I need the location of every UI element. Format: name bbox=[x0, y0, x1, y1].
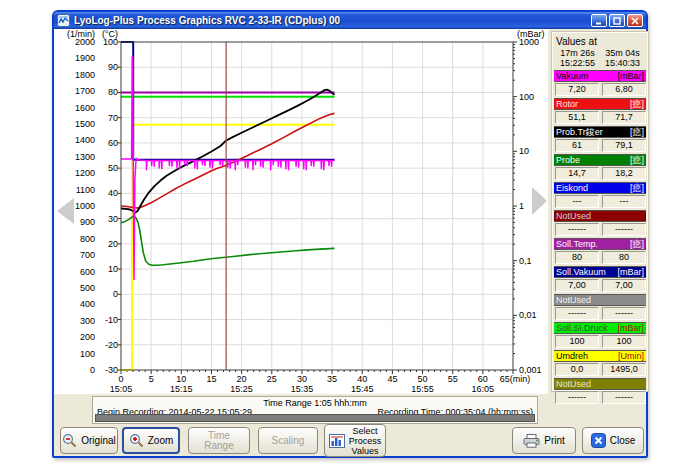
rpm-tick-label: 1900 bbox=[75, 53, 95, 63]
value-row-header: Prob.Tr鋑er[癋] bbox=[554, 126, 646, 138]
value-cell: 1495,0 bbox=[602, 363, 646, 376]
minimize-button[interactable] bbox=[591, 14, 607, 27]
value-row-header: Vakuum[mBar] bbox=[554, 70, 646, 82]
minute-tick-label: 30 bbox=[297, 374, 307, 384]
mbar-tick-label: 100 bbox=[519, 92, 534, 102]
value-row-Soll.Vakuum-7: Soll.Vakuum[mBar]7,007,00 bbox=[554, 266, 646, 292]
mbar-tick-label: 0,01 bbox=[519, 310, 537, 320]
print-button[interactable]: Print bbox=[512, 427, 576, 454]
rpm-tick-label: 100 bbox=[80, 349, 95, 359]
minute-tick-label: 40 bbox=[357, 374, 367, 384]
value-row-header: NotUsed bbox=[554, 210, 646, 222]
series-probe bbox=[121, 216, 335, 265]
value-cell: ------ bbox=[602, 391, 646, 404]
cursor-time-2: 35m 04s bbox=[600, 48, 645, 58]
time-tick-label: 15:55 bbox=[411, 384, 434, 394]
value-cell: ------ bbox=[602, 223, 646, 236]
time-tick-label: 16:05 bbox=[472, 384, 495, 394]
parameter-unit: [癋] bbox=[630, 183, 644, 193]
value-cell: 7,20 bbox=[555, 83, 599, 96]
parameter-unit: [癋] bbox=[630, 155, 644, 165]
value-cell: ------ bbox=[555, 223, 599, 236]
rpm-tick-label: 1800 bbox=[75, 70, 95, 80]
cursor-time-1: 17m 26s bbox=[555, 48, 600, 58]
cursor-clocks: 15:22:55 15:40:33 bbox=[553, 58, 647, 68]
process-chart[interactable]: (1/min)(°C)(mBar)20001900180017001600150… bbox=[54, 29, 548, 394]
cursor-times: 17m 26s 35m 04s bbox=[553, 48, 647, 58]
minute-tick-label: 50 bbox=[418, 374, 428, 384]
rpm-tick-label: 2000 bbox=[75, 37, 95, 47]
value-row-Soll.Temp.-6: Soll.Temp.[癋]8080 bbox=[554, 238, 646, 264]
parameter-name: Umdreh bbox=[556, 351, 588, 361]
minute-tick-label: 15 bbox=[206, 374, 216, 384]
value-cells: 100100 bbox=[554, 335, 646, 348]
value-cell: ------ bbox=[555, 307, 599, 320]
desktop: { "window": { "title": "LyoLog-Plus Proc… bbox=[0, 0, 680, 466]
title-bar[interactable]: LyoLog-Plus Process Graphics RVC 2-33-IR… bbox=[54, 12, 646, 29]
value-cell: 0,0 bbox=[555, 363, 599, 376]
bar-chart-icon bbox=[329, 434, 345, 448]
rpm-tick-label: 700 bbox=[80, 250, 95, 260]
rpm-tick-label: 900 bbox=[80, 217, 95, 227]
value-cells: 14,718,2 bbox=[554, 167, 646, 180]
value-row-header: NotUsed bbox=[554, 294, 646, 306]
mbar-tick-label: 1000 bbox=[519, 37, 539, 47]
minute-tick-label: 5 bbox=[149, 374, 154, 384]
maximize-button[interactable] bbox=[609, 14, 625, 27]
value-cell: 6,80 bbox=[602, 83, 646, 96]
parameter-unit: [mBar] bbox=[617, 267, 644, 277]
value-row-Vakuum-0: Vakuum[mBar]7,206,80 bbox=[554, 70, 646, 96]
value-row-Rotor-1: Rotor[癋]51,171,7 bbox=[554, 98, 646, 124]
value-row-header: NotUsed bbox=[554, 378, 646, 390]
time-scrollbar[interactable] bbox=[95, 414, 535, 422]
cursor-clock-2: 15:40:33 bbox=[600, 58, 645, 68]
mbar-tick-label: 0,1 bbox=[519, 256, 532, 266]
celsius-tick-label: 30 bbox=[108, 214, 118, 224]
scroll-right-arrow[interactable] bbox=[532, 187, 547, 215]
value-cells: 7,007,00 bbox=[554, 279, 646, 292]
value-cell: 79,1 bbox=[602, 139, 646, 152]
magnifier-minus-icon bbox=[62, 433, 77, 448]
value-cells: ------------ bbox=[554, 391, 646, 404]
time-range-button: Time Range bbox=[188, 427, 250, 454]
window-body: (1/min)(°C)(mBar)20001900180017001600150… bbox=[54, 29, 646, 456]
value-row-header: Eiskond[癋] bbox=[554, 182, 646, 194]
original-button[interactable]: Original bbox=[60, 427, 118, 454]
parameter-unit: [癋] bbox=[630, 239, 644, 249]
celsius-tick-label: 80 bbox=[108, 87, 118, 97]
select-process-values-label: Select Process Values bbox=[349, 426, 382, 456]
celsius-tick-label: 0 bbox=[113, 289, 118, 299]
parameter-name: NotUsed bbox=[556, 379, 591, 389]
rpm-tick-label: 400 bbox=[80, 299, 95, 309]
minute-end-label: 65(min) bbox=[500, 374, 531, 384]
select-process-values-button[interactable]: Select Process Values bbox=[324, 424, 386, 457]
value-row-Umdreh-10: Umdreh[Umin]0,01495,0 bbox=[554, 350, 646, 376]
celsius-tick-label: 70 bbox=[108, 113, 118, 123]
series-sollvakuum bbox=[121, 42, 335, 160]
value-cells: 51,171,7 bbox=[554, 111, 646, 124]
parameter-name: Soll.Temp. bbox=[556, 239, 598, 249]
time-range-label: Time Range bbox=[204, 431, 233, 451]
value-cell: --- bbox=[555, 195, 599, 208]
minimize-icon bbox=[595, 17, 603, 25]
celsius-tick-label: -30 bbox=[105, 365, 118, 375]
close-window-button[interactable] bbox=[627, 14, 643, 27]
minute-tick-label: 45 bbox=[387, 374, 397, 384]
parameter-name: Eiskond bbox=[556, 183, 588, 193]
parameter-name: Soll.Vakuum bbox=[556, 267, 606, 277]
minute-tick-label: 0 bbox=[118, 374, 123, 384]
scroll-left-arrow[interactable] bbox=[57, 198, 74, 224]
mbar-tick-label: 0,001 bbox=[519, 365, 542, 375]
zoom-button[interactable]: Zoom bbox=[122, 427, 180, 454]
value-cell: 18,2 bbox=[602, 167, 646, 180]
mbar-tick-label: 1 bbox=[519, 201, 524, 211]
value-cells: 8080 bbox=[554, 251, 646, 264]
parameter-name: NotUsed bbox=[556, 295, 591, 305]
value-cells: ------ bbox=[554, 195, 646, 208]
value-cell: ------ bbox=[555, 391, 599, 404]
time-tick-label: 15:15 bbox=[170, 384, 193, 394]
close-button[interactable]: Close bbox=[582, 427, 644, 454]
celsius-tick-label: -20 bbox=[105, 340, 118, 350]
parameter-name: Vakuum bbox=[556, 71, 588, 81]
value-row-header: Umdreh[Umin] bbox=[554, 350, 646, 362]
